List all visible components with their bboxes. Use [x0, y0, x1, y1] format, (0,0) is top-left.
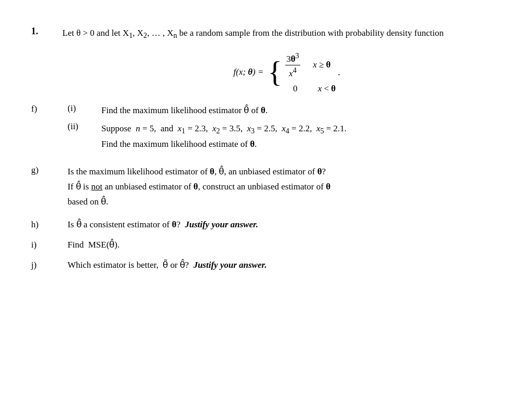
theta-hat-i: θ̂ [109, 240, 114, 250]
part-g-content: Is the maximum likelihood estimator of θ… [68, 165, 501, 210]
justify-j: Justify your answer. [193, 260, 267, 270]
theta-hat-fi: θ̂ [244, 105, 249, 115]
part-j-label: j) [31, 259, 68, 270]
part-g-label: g) [31, 165, 68, 175]
sub-1: 1 [129, 31, 132, 39]
theta-hat-g2: θ̂ [76, 182, 81, 192]
problem-intro: Let θ > 0 and let X1, X2, … , Xn be a ra… [62, 26, 501, 42]
or-text: or [170, 260, 180, 270]
part-f: f) (i) Find the maximum likelihood estim… [31, 103, 501, 155]
part-g-line2: If θ̂ is not an unbiased estimator of θ,… [68, 180, 501, 195]
subpart-fii-content: Suppose n = 5, and x1 = 2.3, x2 = 3.5, x… [101, 121, 501, 151]
subpart-fii-line2: Find the maximum likelihood estimate of … [101, 137, 501, 151]
problem-container: 1. Let θ > 0 and let X1, X2, … , Xn be a… [31, 16, 501, 270]
justify-h: Justify your answer. [185, 220, 258, 229]
case2-value: 0 [285, 84, 305, 94]
part-f-content: (i) Find the maximum likelihood estimato… [68, 103, 501, 155]
part-h-content: Is θ̂ a consistent estimator of θ? Justi… [68, 219, 501, 230]
left-brace: { [268, 59, 282, 86]
exp-3: 3 [296, 51, 299, 60]
piecewise-row-1: 3θ3 x4 x ≥ θ [285, 51, 336, 79]
theta-hat-g3: θ̂ [101, 197, 106, 207]
subpart-fi-label: (i) [68, 103, 101, 114]
theta-hat-g1: θ̂ [219, 167, 224, 176]
part-g-line1: Is the maximum likelihood estimator of θ… [68, 165, 501, 180]
part-f-label: f) [31, 103, 68, 114]
part-h: h) Is θ̂ a consistent estimator of θ? Ju… [31, 219, 501, 230]
subpart-f-ii: (ii) Suppose n = 5, and x1 = 2.3, x2 = 3… [68, 121, 501, 151]
theta-hat-j: θ̂ [180, 260, 185, 270]
piecewise-row-2: 0 x < θ [285, 84, 336, 94]
fraction-case1: 3θ3 x4 [285, 51, 300, 79]
part-h-label: h) [31, 219, 68, 230]
sub-2: 2 [143, 31, 147, 39]
part-j-content: Which estimator is better, θ̃ or θ̂? Jus… [68, 259, 501, 270]
formula-label: f(x; θ) = [233, 67, 263, 77]
part-j: j) Which estimator is better, θ̃ or θ̂? … [31, 259, 501, 270]
exp-4: 4 [293, 66, 297, 74]
part-g: g) Is the maximum likelihood estimator o… [31, 165, 501, 210]
fraction-numerator: 3θ3 [285, 51, 300, 65]
pdf-formula: f(x; θ) = { 3θ3 x4 x ≥ θ 0 x < θ . [73, 51, 501, 94]
period: . [338, 67, 340, 78]
not-text: not [91, 182, 102, 192]
case1-condition: x ≥ θ [309, 60, 331, 70]
subpart-fii-label: (ii) [68, 121, 101, 132]
theta-tilde-j: θ̃ [163, 260, 168, 270]
piecewise-cases: 3θ3 x4 x ≥ θ 0 x < θ [285, 51, 336, 94]
problem-number: 1. [31, 26, 62, 37]
theta-hat-h: θ̂ [76, 220, 82, 229]
part-i: i) Find MSE(θ̂). [31, 239, 501, 250]
problem-header: 1. Let θ > 0 and let X1, X2, … , Xn be a… [31, 26, 501, 42]
part-i-content: Find MSE(θ̂). [68, 239, 501, 250]
fraction-denominator: x4 [288, 65, 298, 79]
sub-n: n [174, 31, 177, 39]
part-g-line3: based on θ̂. [68, 195, 501, 210]
subpart-fii-line1: Suppose n = 5, and x1 = 2.3, x2 = 3.5, x… [101, 121, 501, 137]
part-i-label: i) [31, 239, 68, 250]
case2-condition: x < θ [313, 84, 336, 94]
subpart-fi-content: Find the maximum likelihood estimator θ̂… [101, 103, 501, 117]
subpart-f-i: (i) Find the maximum likelihood estimato… [68, 103, 501, 117]
